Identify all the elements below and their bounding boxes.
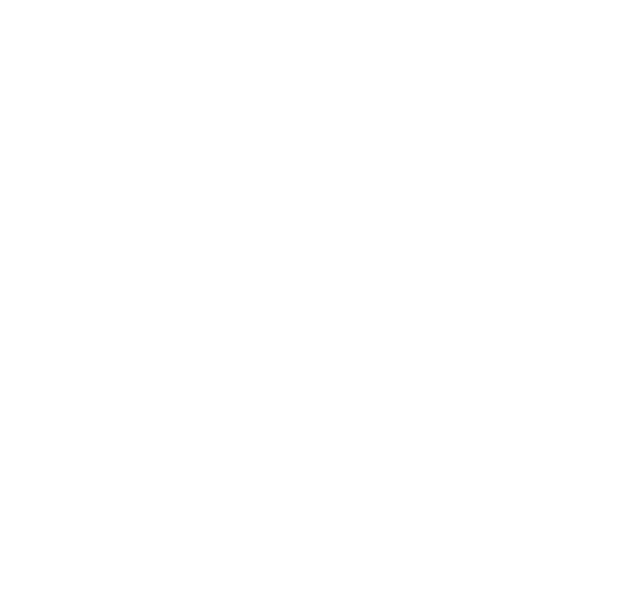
ephemeris-plot xyxy=(0,0,640,601)
graphic-ephemeris-window xyxy=(0,0,640,601)
